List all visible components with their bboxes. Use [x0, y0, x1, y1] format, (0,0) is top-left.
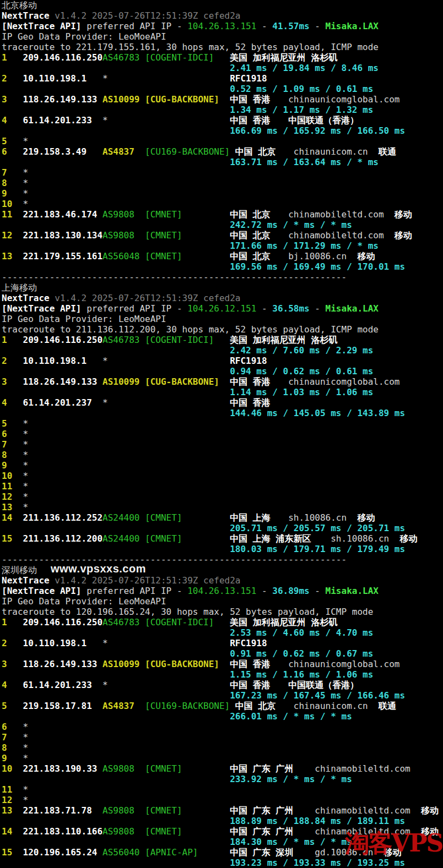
hop-star: *	[23, 471, 29, 481]
hop-line: 9*	[0, 753, 443, 763]
hop-geo: 中国 北京	[235, 701, 276, 711]
api-node: Misaka.LAX	[326, 586, 379, 596]
hop-tag: [COGENT-IDCI]	[145, 52, 214, 63]
dash: -	[177, 586, 182, 596]
hop-asn: *	[102, 115, 108, 125]
api-node: Misaka.LAX	[326, 303, 379, 314]
latency-line: 0.52 ms / 1.09 ms / 0.61 ms	[0, 84, 443, 94]
hop-star: *	[23, 502, 29, 512]
hop-number: 15	[2, 533, 12, 544]
hop-line: 6*	[0, 722, 443, 732]
hop-ip: 211.136.112.252	[23, 512, 103, 523]
separator-dashes: ----------------------------------------…	[2, 272, 347, 282]
hop-tag: [CU169-BACKBONE]	[145, 146, 230, 157]
hop-tag: [COGENT-IDCI]	[145, 617, 214, 627]
hop-number: 14	[2, 512, 12, 523]
hop-ip: 61.14.201.233	[23, 680, 92, 690]
hop-line: 10*	[0, 199, 443, 209]
hop-ip: 118.26.149.133	[23, 94, 98, 105]
latency-values: 180.03 ms / 179.71 ms / 179.49 ms	[230, 544, 405, 554]
hop-geo: 中国 香港	[230, 94, 271, 105]
hop-asn: AS4837	[102, 701, 134, 711]
hop-geo: 中国 香港	[230, 376, 271, 387]
hop-number: 13	[2, 805, 12, 816]
hop-number: 1	[2, 52, 7, 63]
hop-line: 5219.158.17.81AS4837[CU169-BACKBONE]中国 北…	[0, 701, 443, 711]
latency-line: 233.92 ms / * ms / * ms	[0, 774, 443, 784]
dash: -	[177, 303, 182, 314]
hop-line: 6219.158.3.49AS4837[CU169-BACKBONE]中国 北京…	[0, 146, 443, 157]
hop-geo: 中国 上海 浦东新区	[230, 533, 311, 544]
hop-star: *	[23, 732, 29, 743]
hop-line: 12*	[0, 795, 443, 805]
api-info-line: [NextTrace API]preferred API IP-104.26.1…	[0, 586, 443, 596]
hop-asn: AS10099	[102, 659, 139, 669]
hop-geo: 中国 广东 广州	[230, 763, 293, 774]
hop-number: 14	[2, 826, 12, 837]
hop-host: chinamobileltd.com	[315, 826, 410, 837]
separator-line: ----------------------------------------…	[0, 272, 443, 282]
api-label: [NextTrace API]	[2, 21, 82, 31]
hop-line: 1209.146.116.250AS46783[COGENT-IDCI]美国 加…	[0, 617, 443, 627]
api-info-line: [NextTrace API]preferred API IP-104.26.1…	[0, 21, 443, 31]
hop-line: 12*	[0, 492, 443, 502]
hop-tag: [CUG-BACKBONE]	[145, 376, 219, 387]
hop-star: *	[23, 439, 29, 450]
hop-star: *	[23, 167, 29, 178]
hop-star: *	[23, 481, 29, 492]
latency-line: 167.23 ms / 167.45 ms / 166.46 ms	[0, 690, 443, 701]
app-version-line: NextTracev1.4.2 2025-07-26T12:51:39Z cef…	[0, 575, 443, 586]
api-ip: 104.26.12.151	[187, 303, 256, 314]
api-text: preferred API IP	[87, 303, 171, 314]
hop-tag: [COGENT-IDCI]	[145, 335, 214, 345]
hop-host: chinaunicomglobal.com	[288, 94, 399, 105]
hop-line: 210.110.198.1*RFC1918	[0, 356, 443, 366]
hop-host: chinaunicomglobal.com	[288, 376, 399, 387]
hop-isp: 中国联通（香港）	[288, 115, 359, 125]
latency-line: 163.71 ms / 163.64 ms / * ms	[0, 157, 443, 167]
hop-number: 9	[2, 188, 7, 199]
hop-asn: *	[102, 356, 108, 366]
hop-number: 12	[2, 230, 12, 241]
hop-number: 1	[2, 617, 7, 627]
hop-asn: AS56040	[102, 847, 139, 858]
hop-isp: 移动	[421, 826, 439, 837]
hop-number: 15	[2, 847, 12, 858]
dash: -	[315, 303, 320, 314]
hop-line: 9*	[0, 188, 443, 199]
hop-host: chinaunicom.cn	[294, 701, 368, 711]
latency-values: 166.69 ms / 165.92 ms / 166.50 ms	[230, 125, 405, 136]
hop-asn: *	[102, 680, 108, 690]
hop-number: 9	[2, 460, 7, 471]
hop-star: *	[23, 199, 29, 209]
hop-star: *	[23, 753, 29, 763]
hop-line: 3118.26.149.133AS10099[CUG-BACKBONE]中国 香…	[0, 376, 443, 387]
hop-asn: AS9808	[102, 763, 134, 774]
hop-line: 461.14.201.233*中国 香港中国联通（香港）	[0, 680, 443, 690]
hop-star: *	[23, 492, 29, 502]
dash: -	[177, 21, 182, 31]
hop-ip: 219.158.3.49	[23, 146, 87, 157]
hop-ip: 209.146.116.250	[23, 335, 103, 345]
traceroute-summary: traceroute to 211.136.112.200, 30 hops m…	[2, 324, 379, 335]
hop-number: 8	[2, 178, 7, 188]
section-title: 北京移动	[2, 0, 37, 10]
hop-line: 210.110.198.1*RFC1918	[0, 73, 443, 84]
hop-line: 210.110.198.1*RFC1918	[0, 638, 443, 648]
hop-star: *	[23, 418, 29, 429]
hop-ip: 219.158.17.81	[23, 701, 92, 711]
hop-asn: AS9808	[102, 209, 134, 220]
hop-line: 7*	[0, 439, 443, 450]
hop-geo: 中国 广东 深圳	[230, 847, 293, 858]
latency-line: 193.23 ms / 193.33 ms / 193.25 ms	[0, 858, 443, 868]
hop-tag: [CUG-BACKBONE]	[145, 659, 219, 669]
hop-number: 2	[2, 638, 7, 648]
hop-geo: RFC1918	[230, 638, 267, 648]
api-label: [NextTrace API]	[2, 586, 82, 596]
hop-tag: [CU169-BACKBONE]	[145, 701, 230, 711]
latency-values: 167.23 ms / 167.45 ms / 166.46 ms	[230, 690, 405, 701]
hop-host: sh.10086.cn	[288, 512, 347, 523]
latency-values: 144.46 ms / 145.05 ms / 143.89 ms	[230, 408, 405, 418]
geo-provider-line: IP Geo Data Provider: LeoMoeAPI	[0, 31, 443, 42]
hop-asn: AS9808	[102, 230, 134, 241]
